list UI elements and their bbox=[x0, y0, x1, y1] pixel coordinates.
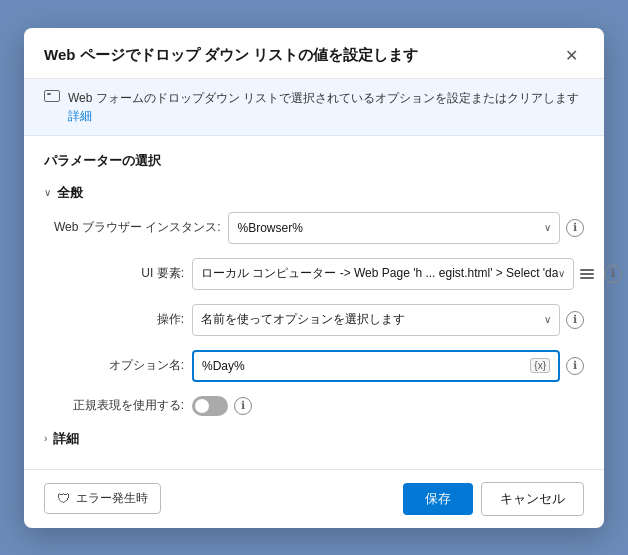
browser-instance-value: %Browser% bbox=[237, 221, 544, 235]
option-name-row: オプション名: %Day% {x} ℹ bbox=[54, 350, 584, 382]
ui-element-value: ローカル コンピューター -> Web Page 'h ... egist.ht… bbox=[201, 265, 558, 282]
layers-icon[interactable] bbox=[580, 265, 598, 283]
monitor-icon bbox=[44, 90, 60, 102]
save-button[interactable]: 保存 bbox=[403, 483, 473, 515]
operation-select[interactable]: 名前を使ってオプションを選択します ∨ bbox=[192, 304, 560, 336]
operation-label: 操作: bbox=[54, 311, 184, 328]
operation-control: 名前を使ってオプションを選択します ∨ ℹ bbox=[192, 304, 584, 336]
detail-link[interactable]: 詳細 bbox=[68, 109, 92, 123]
dialog: Web ページでドロップ ダウン リストの値を設定します ✕ Web フォームの… bbox=[24, 28, 604, 528]
footer-right: 保存 キャンセル bbox=[403, 482, 584, 516]
browser-instance-row: Web ブラウザー インスタンス: %Browser% ∨ ℹ bbox=[54, 212, 584, 244]
option-name-label: オプション名: bbox=[54, 357, 184, 374]
option-name-info-icon[interactable]: ℹ bbox=[566, 357, 584, 375]
option-name-input[interactable]: %Day% {x} bbox=[192, 350, 560, 382]
option-name-badge[interactable]: {x} bbox=[530, 358, 550, 373]
browser-instance-control: %Browser% ∨ ℹ bbox=[228, 212, 584, 244]
ui-element-info-icon[interactable]: ℹ bbox=[604, 265, 622, 283]
browser-instance-select[interactable]: %Browser% ∨ bbox=[228, 212, 560, 244]
dialog-title: Web ページでドロップ ダウン リストの値を設定します bbox=[44, 46, 418, 65]
error-button[interactable]: 🛡 エラー発生時 bbox=[44, 483, 161, 514]
general-section-label: 全般 bbox=[57, 184, 83, 202]
ui-element-chevron-icon: ∨ bbox=[558, 268, 565, 279]
operation-info-icon[interactable]: ℹ bbox=[566, 311, 584, 329]
regex-toggle[interactable] bbox=[192, 396, 228, 416]
regex-toggle-wrap bbox=[192, 396, 228, 416]
general-section-body: Web ブラウザー インスタンス: %Browser% ∨ ℹ UI 要素: ロ bbox=[44, 212, 584, 416]
details-section-header[interactable]: › 詳細 bbox=[44, 430, 584, 448]
params-section-title: パラメーターの選択 bbox=[44, 152, 584, 170]
regex-control: ℹ bbox=[192, 396, 584, 416]
regex-info-icon[interactable]: ℹ bbox=[234, 397, 252, 415]
regex-label: 正規表現を使用する: bbox=[54, 397, 184, 414]
ui-element-label: UI 要素: bbox=[54, 265, 184, 282]
regex-row: 正規表現を使用する: ℹ bbox=[54, 396, 584, 416]
general-section-header[interactable]: ∨ 全般 bbox=[44, 184, 584, 202]
dialog-body: パラメーターの選択 ∨ 全般 Web ブラウザー インスタンス: %Browse… bbox=[24, 136, 604, 469]
general-chevron-down-icon: ∨ bbox=[44, 187, 51, 198]
option-name-value: %Day% bbox=[202, 359, 530, 373]
shield-icon: 🛡 bbox=[57, 491, 70, 506]
ui-element-select[interactable]: ローカル コンピューター -> Web Page 'h ... egist.ht… bbox=[192, 258, 574, 290]
dialog-header: Web ページでドロップ ダウン リストの値を設定します ✕ bbox=[24, 28, 604, 79]
info-banner-text: Web フォームのドロップダウン リストで選択されているオプションを設定またはク… bbox=[68, 89, 584, 125]
ui-element-row: UI 要素: ローカル コンピューター -> Web Page 'h ... e… bbox=[54, 258, 584, 290]
browser-instance-info-icon[interactable]: ℹ bbox=[566, 219, 584, 237]
operation-value: 名前を使ってオプションを選択します bbox=[201, 311, 544, 328]
browser-instance-label: Web ブラウザー インスタンス: bbox=[54, 219, 220, 236]
close-button[interactable]: ✕ bbox=[559, 46, 584, 66]
cancel-button[interactable]: キャンセル bbox=[481, 482, 584, 516]
operation-chevron-icon: ∨ bbox=[544, 314, 551, 325]
error-button-label: エラー発生時 bbox=[76, 490, 148, 507]
dialog-footer: 🛡 エラー発生時 保存 キャンセル bbox=[24, 469, 604, 528]
browser-instance-chevron-icon: ∨ bbox=[544, 222, 551, 233]
operation-row: 操作: 名前を使ってオプションを選択します ∨ ℹ bbox=[54, 304, 584, 336]
details-chevron-icon: › bbox=[44, 433, 47, 444]
option-name-control: %Day% {x} ℹ bbox=[192, 350, 584, 382]
info-banner: Web フォームのドロップダウン リストで選択されているオプションを設定またはク… bbox=[24, 79, 604, 136]
footer-left: 🛡 エラー発生時 bbox=[44, 483, 161, 514]
details-section-label: 詳細 bbox=[53, 430, 79, 448]
ui-element-control: ローカル コンピューター -> Web Page 'h ... egist.ht… bbox=[192, 258, 622, 290]
